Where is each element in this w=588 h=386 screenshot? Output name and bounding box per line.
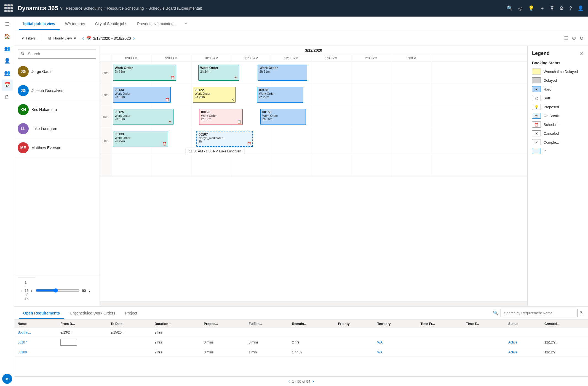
collapse-icon[interactable]: ∨ bbox=[88, 289, 91, 293]
sidebar-person[interactable]: 👤 bbox=[2, 55, 13, 66]
col-territory[interactable]: Territory bbox=[374, 320, 417, 328]
sidebar-calendar2[interactable]: 🗓 bbox=[2, 92, 13, 103]
tab-project[interactable]: Project bbox=[121, 308, 142, 319]
layout: ☰ 🏠 👥 👤 👥 📅 🗓 RS Initial public view WA … bbox=[0, 17, 588, 386]
col-to[interactable]: To Date bbox=[107, 320, 151, 328]
add-icon[interactable]: ＋ bbox=[540, 5, 545, 12]
col-timefrom[interactable]: Time Fr... bbox=[417, 320, 463, 328]
col-proposed[interactable]: Propos... bbox=[201, 320, 245, 328]
filters-button[interactable]: ⊽ Filters bbox=[19, 35, 38, 42]
time-slot: 3:00 P bbox=[391, 55, 431, 62]
lightbulb-icon[interactable]: 💡 bbox=[528, 5, 534, 11]
booking-block[interactable]: Work Order 2h 24m ☕ bbox=[198, 65, 239, 81]
list-item[interactable]: JG Jorge Gault bbox=[14, 62, 100, 81]
next-page-button[interactable]: › bbox=[312, 379, 314, 384]
tabs-more-icon[interactable]: ··· bbox=[183, 21, 187, 27]
settings-icon2[interactable]: ⚙ bbox=[572, 35, 576, 41]
col-remaining[interactable]: Remain... bbox=[289, 320, 335, 328]
list-item[interactable]: ME Matthew Everson bbox=[14, 138, 100, 157]
legend-item: Delayed bbox=[532, 77, 584, 83]
booking-block[interactable]: 00158 Work Order 2h 26m bbox=[260, 109, 306, 125]
row-name[interactable]: 00109 bbox=[14, 348, 57, 357]
resource-name: Luke Lundgren bbox=[31, 126, 57, 131]
sidebar-calendar[interactable]: 📅 bbox=[2, 80, 13, 91]
col-priority[interactable]: Priority bbox=[335, 320, 374, 328]
row-territory[interactable]: WA bbox=[374, 348, 417, 357]
search-input[interactable] bbox=[18, 49, 96, 59]
legend-header: Legend ✕ bbox=[532, 50, 584, 56]
tab-initial[interactable]: Initial public view bbox=[19, 18, 60, 30]
legend-close-button[interactable]: ✕ bbox=[579, 50, 584, 56]
booking-block[interactable]: Work Order 2h 38m ⏰ bbox=[113, 65, 176, 81]
sidebar-hamburger[interactable]: ☰ bbox=[2, 19, 13, 30]
sidebar-group[interactable]: 👥 bbox=[2, 67, 13, 78]
booking-block[interactable]: 00125 Work Order 2h 16m ☕ bbox=[113, 109, 173, 125]
col-duration[interactable]: Duration ↑ bbox=[151, 320, 201, 328]
bullseye-icon[interactable]: ◎ bbox=[518, 5, 523, 11]
col-created[interactable]: Created... bbox=[541, 320, 588, 328]
bottom-section: Open Requirements Unscheduled Work Order… bbox=[14, 306, 588, 386]
col-status[interactable]: Status bbox=[505, 320, 541, 328]
avatar: JG bbox=[18, 66, 29, 77]
filter-icon[interactable]: ⊽ bbox=[550, 5, 554, 11]
row-priority bbox=[335, 328, 374, 337]
legend-swatch bbox=[532, 148, 541, 154]
user-avatar[interactable]: RS bbox=[2, 374, 12, 384]
calendar-icon2: 📅 bbox=[86, 36, 91, 41]
tab-open-requirements[interactable]: Open Requirements bbox=[19, 308, 64, 319]
prev-date-arrow[interactable]: ‹ bbox=[82, 35, 84, 41]
prev-page-button[interactable]: ‹ bbox=[288, 379, 290, 384]
settings-icon[interactable]: ⚙ bbox=[559, 5, 564, 11]
date-header: 3/12/2020 bbox=[100, 46, 527, 55]
horizontal-scrollbar[interactable] bbox=[100, 302, 527, 306]
row-name[interactable]: Southri... bbox=[14, 328, 57, 337]
tab-unscheduled[interactable]: Unscheduled Work Orders bbox=[65, 308, 120, 319]
row-status[interactable]: Active bbox=[505, 337, 541, 348]
booking-block[interactable]: 00138 Work Order 2h 20m bbox=[257, 87, 303, 103]
booking-block[interactable]: 00123 Work Order 2h 17m 📋 bbox=[199, 109, 243, 125]
sidebar-home[interactable]: 🏠 bbox=[2, 31, 13, 42]
list-item[interactable]: KN Kris Nakamura bbox=[14, 100, 100, 119]
app-title[interactable]: Dynamics 365 ∨ bbox=[18, 5, 63, 12]
list-item[interactable]: JG Joseph Gonsalves bbox=[14, 81, 100, 100]
col-from[interactable]: From D... bbox=[57, 320, 107, 328]
legend-item: 💡 Proposed bbox=[532, 104, 584, 110]
help-icon[interactable]: ? bbox=[569, 6, 572, 11]
prev-page-arrow[interactable]: ‹ bbox=[21, 288, 22, 293]
row-from: 2/13/2... bbox=[57, 328, 107, 337]
booking-block[interactable]: 00134 Work Order 2h 16m ⏰ bbox=[113, 87, 171, 103]
tab-seattle[interactable]: City of Seattle jobs bbox=[91, 18, 132, 30]
refresh-icon2[interactable]: ↻ bbox=[580, 310, 584, 316]
row-timefr bbox=[417, 328, 463, 337]
zoom-slider[interactable] bbox=[36, 288, 80, 293]
user-icon[interactable]: 👤 bbox=[578, 5, 584, 11]
next-date-arrow[interactable]: › bbox=[133, 35, 135, 41]
tab-preventative[interactable]: Preventative mainten... bbox=[133, 18, 181, 30]
col-timeto[interactable]: Time T... bbox=[463, 320, 505, 328]
row-created bbox=[541, 328, 588, 337]
row-proposed bbox=[201, 328, 245, 337]
hourly-view-button[interactable]: 🗓 Hourly view ∨ bbox=[45, 35, 79, 42]
next-page-arrow[interactable]: › bbox=[31, 288, 32, 293]
view-list-icon[interactable]: ☰ bbox=[564, 35, 568, 41]
row-duration: 2 hrs bbox=[151, 337, 201, 348]
waffle-menu[interactable] bbox=[4, 4, 12, 12]
col-name[interactable]: Name bbox=[14, 320, 57, 328]
col-fulfilled[interactable]: Fulfille... bbox=[245, 320, 289, 328]
booking-block[interactable]: Work Order 2h 31m bbox=[258, 65, 307, 81]
sidebar-people[interactable]: 👥 bbox=[2, 43, 13, 54]
booking-block[interactable]: 00107 msdyn_workorder... 2h ⏰ bbox=[196, 131, 253, 147]
row-status[interactable]: Active bbox=[505, 348, 541, 357]
list-item[interactable]: LL Luke Lundgren bbox=[14, 119, 100, 138]
refresh-icon[interactable]: ↻ bbox=[579, 35, 584, 41]
row-name[interactable]: 00107 bbox=[14, 337, 57, 348]
booking-block[interactable]: 00122 Work Order 2h 23m ✕ bbox=[193, 87, 236, 103]
app-chevron-icon[interactable]: ∨ bbox=[60, 6, 63, 10]
search-icon[interactable]: 🔍 bbox=[507, 5, 513, 11]
top-nav: Dynamics 365 ∨ Resource Scheduling › Res… bbox=[0, 0, 588, 17]
tab-wa[interactable]: WA territory bbox=[61, 18, 90, 30]
row-territory[interactable]: WA bbox=[374, 337, 417, 348]
booking-block[interactable]: 00133 Work Order 2h 27m ⏰ bbox=[113, 131, 168, 147]
search-icon2[interactable]: 🔍 bbox=[493, 310, 498, 316]
requirement-search-input[interactable] bbox=[501, 309, 578, 317]
